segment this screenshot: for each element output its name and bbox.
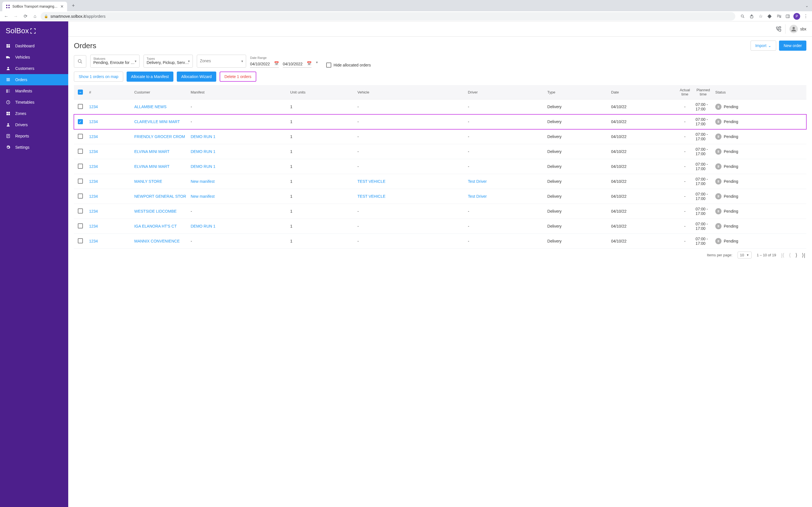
allocate-manifest-button[interactable]: Allocate to a Manifest (126, 71, 173, 82)
customer-link[interactable]: CLAREVILLE MINI MART (134, 119, 180, 124)
page-last-button[interactable]: ⟩| (802, 252, 805, 258)
sidebar-item-customers[interactable]: Customers (0, 63, 68, 74)
customer-link[interactable]: MANNIX CONVENIENCE (134, 239, 180, 243)
nav-home-button[interactable]: ⌂ (31, 12, 39, 20)
table-row[interactable]: 1234ELVINA MINI MARTDEMO RUN 11--Deliver… (74, 144, 806, 159)
row-checkbox[interactable] (78, 193, 83, 199)
page-prev-button[interactable]: ⟨ (789, 252, 791, 258)
browser-tab[interactable]: SolBox Transport managing pl… ✕ (2, 2, 67, 11)
order-number-link[interactable]: 1234 (89, 105, 98, 109)
new-order-button[interactable]: New order (779, 41, 806, 51)
order-number-link[interactable]: 1234 (89, 194, 98, 199)
sidebar-item-manifests[interactable]: Manifests (0, 86, 68, 97)
table-row[interactable]: 1234MANLY STORENew manifest1TEST VEHICLE… (74, 174, 806, 189)
col-date[interactable]: Date (609, 85, 677, 100)
statuses-filter[interactable]: Statuses Pending, Enroute for del… ▼ (90, 55, 140, 68)
col-driver[interactable]: Driver (466, 85, 545, 100)
customer-link[interactable]: FRIENDLY GROCER CROM (134, 134, 185, 139)
new-tab-button[interactable]: + (69, 2, 77, 10)
zoom-icon[interactable] (739, 12, 747, 20)
table-row[interactable]: 1234IGA ELANORA HT'S CTDEMO RUN 11--Deli… (74, 219, 806, 234)
sidebar-item-timetables[interactable]: Timetables (0, 97, 68, 108)
tab-close-icon[interactable]: ✕ (60, 4, 64, 9)
customer-link[interactable]: WESTSIDE LIDCOMBE (134, 209, 176, 214)
sidebar-item-vehicles[interactable]: Vehicles (0, 52, 68, 63)
reading-list-icon[interactable] (775, 12, 783, 20)
caret-down-icon[interactable]: ▼ (315, 61, 318, 64)
items-per-page-select[interactable]: 10 ▼ (738, 251, 752, 259)
order-number-link[interactable]: 1234 (89, 179, 98, 184)
col-manifest[interactable]: Manifest (188, 85, 288, 100)
page-next-button[interactable]: ⟩ (795, 252, 797, 258)
hide-allocated-toggle[interactable]: Hide allocated orders (326, 62, 371, 68)
customer-link[interactable]: ELVINA MINI MART (134, 149, 169, 154)
table-row[interactable]: 1234FRIENDLY GROCER CROMDEMO RUN 11--Del… (74, 129, 806, 144)
extensions-icon[interactable] (766, 12, 774, 20)
header-checkbox[interactable]: − (78, 90, 83, 95)
table-row[interactable]: 1234ALLAMBIE NEWS-1--Delivery04/10/22-07… (74, 100, 806, 114)
customer-link[interactable]: MANLY STORE (134, 179, 162, 184)
sidebar-item-orders[interactable]: Orders (0, 74, 68, 86)
zones-filter[interactable]: Zones ▼ (197, 55, 246, 68)
row-checkbox[interactable] (78, 223, 83, 228)
delete-orders-button[interactable]: Delete 1 orders (220, 71, 256, 82)
user-menu[interactable]: sbx (790, 25, 806, 33)
col-units[interactable]: Unit units (288, 85, 355, 100)
col-planned[interactable]: Planned time (693, 85, 713, 100)
table-row[interactable]: 1234ELVINA MINI MARTDEMO RUN 11--Deliver… (74, 159, 806, 174)
order-number-link[interactable]: 1234 (89, 224, 98, 228)
col-type[interactable]: Type (545, 85, 609, 100)
row-checkbox[interactable] (78, 209, 83, 214)
page-first-button[interactable]: |⟨ (781, 252, 784, 258)
row-checkbox[interactable] (78, 238, 83, 243)
order-number-link[interactable]: 1234 (89, 149, 98, 154)
col-vehicle[interactable]: Vehicle (355, 85, 466, 100)
customer-link[interactable]: NEWPORT GENERAL STOR (134, 194, 186, 199)
col-actual[interactable]: Actual time (676, 85, 693, 100)
allocation-wizard-button[interactable]: Allocation Wizard (177, 71, 216, 82)
date-from-input[interactable]: 04/10/2022 📅 (250, 60, 279, 68)
col-status[interactable]: Status (713, 85, 806, 100)
profile-avatar[interactable]: P (793, 12, 801, 20)
table-row[interactable]: ✓1234CLAREVILLE MINI MART-1--Delivery04/… (74, 114, 806, 129)
sidebar-item-dashboard[interactable]: Dashboard (0, 40, 68, 52)
sidebar-item-zones[interactable]: Zones (0, 108, 68, 119)
row-checkbox[interactable] (78, 104, 83, 109)
customer-link[interactable]: IGA ELANORA HT'S CT (134, 224, 177, 228)
nav-reload-button[interactable]: ⟳ (21, 12, 29, 20)
row-checkbox[interactable] (78, 134, 83, 139)
phone-icon[interactable] (776, 24, 785, 34)
row-checkbox[interactable] (78, 164, 83, 169)
table-row[interactable]: 1234WESTSIDE LIDCOMBE-1--Delivery04/10/2… (74, 204, 806, 219)
nav-back-button[interactable]: ← (2, 12, 10, 20)
nav-forward-button[interactable]: → (12, 12, 20, 20)
row-checkbox[interactable] (78, 149, 83, 154)
import-button[interactable]: Import ⌄ (751, 41, 776, 51)
table-row[interactable]: 1234MANNIX CONVENIENCE-1--Delivery04/10/… (74, 234, 806, 249)
order-number-link[interactable]: 1234 (89, 209, 98, 214)
address-bar[interactable]: 🔒 smartmove.solbox.it/app/orders (41, 12, 735, 20)
sidebar-item-drivers[interactable]: Drivers (0, 119, 68, 130)
sidepanel-icon[interactable] (784, 12, 792, 20)
search-button[interactable] (74, 55, 86, 68)
col-number[interactable]: # (87, 85, 132, 100)
row-checkbox[interactable] (78, 179, 83, 184)
customer-link[interactable]: ALLAMBIE NEWS (134, 105, 166, 109)
customer-link[interactable]: ELVINA MINI MART (134, 164, 169, 169)
types-filter[interactable]: Types Delivery, Pickup, Service ▼ (144, 55, 193, 68)
table-row[interactable]: 1234NEWPORT GENERAL STORNew manifest1TES… (74, 189, 806, 204)
order-number-link[interactable]: 1234 (89, 164, 98, 169)
app-logo[interactable]: SolBox (0, 21, 68, 40)
order-number-link[interactable]: 1234 (89, 119, 98, 124)
browser-menu-icon[interactable]: ⋮ (802, 12, 810, 20)
sidebar-item-settings[interactable]: Settings (0, 142, 68, 153)
tabs-dropdown-icon[interactable]: ⌄ (805, 3, 809, 8)
bookmark-icon[interactable]: ☆ (757, 12, 765, 20)
order-number-link[interactable]: 1234 (89, 134, 98, 139)
row-checkbox[interactable]: ✓ (78, 119, 83, 124)
date-to-input[interactable]: 04/10/2022 📅 (283, 60, 312, 68)
col-customer[interactable]: Customer (132, 85, 188, 100)
order-number-link[interactable]: 1234 (89, 239, 98, 243)
sidebar-item-reports[interactable]: Reports (0, 130, 68, 142)
share-icon[interactable] (748, 12, 756, 20)
